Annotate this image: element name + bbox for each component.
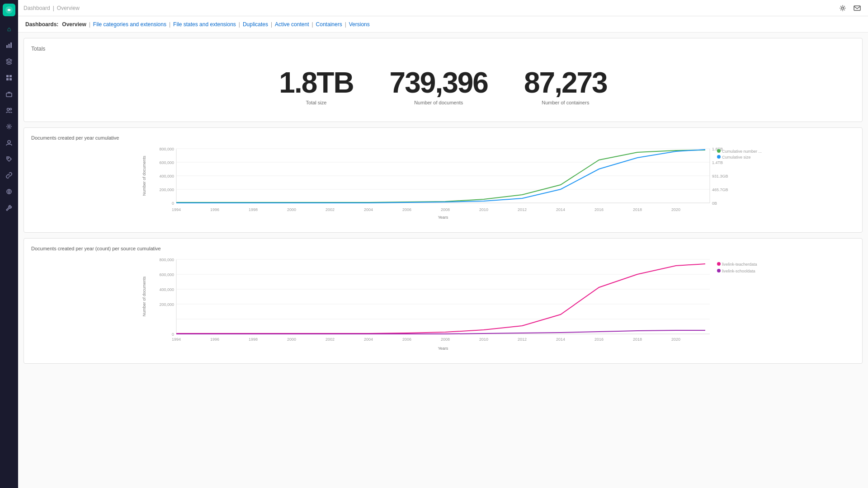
totals-title: Totals: [31, 46, 855, 52]
total-documents-value: 739,396: [390, 68, 488, 97]
svg-text:400,000: 400,000: [159, 174, 174, 178]
nav-overview[interactable]: Overview: [62, 21, 86, 28]
breadcrumb: Dashboard | Overview: [24, 5, 80, 11]
svg-text:1996: 1996: [210, 207, 219, 212]
svg-text:Years: Years: [438, 215, 448, 220]
svg-point-18: [842, 7, 844, 9]
breadcrumb-page: Overview: [57, 5, 80, 11]
chart1-container: 800,000 600,000 400,000 200,000 0 1.8TB …: [31, 144, 855, 225]
svg-point-54: [717, 149, 721, 153]
svg-text:2010: 2010: [479, 337, 488, 342]
nav-file-categories[interactable]: File categories and extensions: [93, 21, 166, 28]
svg-text:2014: 2014: [556, 337, 565, 342]
svg-rect-7: [9, 78, 12, 80]
svg-text:Number of documents: Number of documents: [142, 155, 146, 196]
svg-text:2004: 2004: [364, 207, 373, 212]
app-logo[interactable]: [3, 4, 15, 16]
svg-point-12: [8, 141, 10, 143]
chart2-title: Documents created per year (count) per s…: [31, 246, 855, 251]
svg-text:Years: Years: [438, 346, 448, 351]
nav-file-states[interactable]: File states and extensions: [173, 21, 236, 28]
svg-rect-1: [6, 45, 8, 48]
sidebar-link-icon[interactable]: [2, 168, 16, 183]
chart2-section: Documents created per year (count) per s…: [24, 238, 863, 364]
svg-text:1994: 1994: [172, 207, 181, 212]
breadcrumb-app[interactable]: Dashboard: [24, 5, 50, 11]
sidebar-user-icon[interactable]: [2, 136, 16, 150]
svg-text:2002: 2002: [326, 337, 335, 342]
sidebar-cog-icon[interactable]: [2, 119, 16, 134]
svg-rect-5: [9, 75, 12, 77]
svg-rect-8: [6, 93, 12, 97]
svg-text:2008: 2008: [441, 337, 450, 342]
svg-text:2018: 2018: [633, 337, 642, 342]
sidebar-grid-icon[interactable]: [2, 70, 16, 85]
svg-text:0B: 0B: [712, 201, 717, 206]
sidebar-chart-icon[interactable]: [2, 38, 16, 52]
mail-icon[interactable]: [852, 3, 863, 14]
svg-text:2020: 2020: [671, 207, 680, 212]
settings-icon[interactable]: [837, 3, 848, 14]
svg-text:1.4TB: 1.4TB: [712, 160, 723, 165]
svg-text:2014: 2014: [556, 207, 565, 212]
nav-containers[interactable]: Containers: [316, 21, 342, 28]
svg-text:600,000: 600,000: [159, 272, 174, 277]
breadcrumb-separator: |: [53, 5, 54, 11]
svg-text:1996: 1996: [210, 337, 219, 342]
svg-text:465.7GB: 465.7GB: [712, 188, 728, 192]
sidebar-users-icon[interactable]: [2, 103, 16, 117]
svg-point-11: [8, 126, 10, 127]
sidebar-layers-icon[interactable]: [2, 54, 16, 69]
total-size-label: Total size: [279, 100, 353, 105]
svg-point-89: [717, 269, 721, 272]
svg-point-56: [717, 155, 721, 159]
svg-text:2020: 2020: [671, 337, 680, 342]
svg-text:2012: 2012: [518, 207, 527, 212]
svg-text:2010: 2010: [479, 207, 488, 212]
total-containers-label: Number of containers: [524, 100, 607, 105]
svg-text:600,000: 600,000: [159, 160, 174, 165]
svg-text:1998: 1998: [249, 207, 258, 212]
chart1-title: Documents created per year cumulative: [31, 135, 855, 141]
sidebar-home-icon[interactable]: ⌂: [2, 22, 16, 36]
svg-text:Cumulative size: Cumulative size: [722, 155, 751, 160]
svg-text:2018: 2018: [633, 207, 642, 212]
svg-rect-3: [10, 42, 12, 48]
content-area: Dashboards: Overview | File categories a…: [18, 16, 868, 488]
nav-versions[interactable]: Versions: [349, 21, 370, 28]
svg-text:800,000: 800,000: [159, 147, 174, 151]
svg-rect-4: [6, 75, 9, 77]
svg-text:2004: 2004: [364, 337, 373, 342]
svg-text:0: 0: [172, 201, 174, 206]
svg-text:2002: 2002: [326, 207, 335, 212]
svg-text:1994: 1994: [172, 337, 181, 342]
totals-row: 1.8TB Total size 739,396 Number of docum…: [31, 59, 855, 114]
totals-section: Totals 1.8TB Total size 739,396 Number o…: [24, 38, 863, 122]
topbar: Dashboard | Overview: [18, 0, 868, 16]
svg-point-87: [717, 262, 721, 266]
svg-text:livelink-teacherdata: livelink-teacherdata: [722, 262, 757, 267]
nav-active-content[interactable]: Active content: [275, 21, 309, 28]
svg-text:2006: 2006: [402, 207, 411, 212]
dashboard-nav: Dashboards: Overview | File categories a…: [18, 16, 868, 33]
svg-text:Cumulative number ...: Cumulative number ...: [722, 149, 762, 154]
chart2-container: 800,000 600,000 400,000 200,000 0 1994 1…: [31, 255, 855, 356]
chart2-svg: 800,000 600,000 400,000 200,000 0 1994 1…: [31, 255, 855, 354]
sidebar-briefcase-icon[interactable]: [2, 87, 16, 101]
svg-text:2000: 2000: [287, 337, 296, 342]
svg-text:2006: 2006: [402, 337, 411, 342]
svg-text:200,000: 200,000: [159, 302, 174, 307]
svg-text:2012: 2012: [518, 337, 527, 342]
nav-duplicates[interactable]: Duplicates: [243, 21, 268, 28]
sidebar-tag-icon[interactable]: [2, 152, 16, 166]
svg-text:livelink-schooldata: livelink-schooldata: [722, 269, 755, 273]
nav-label: Dashboards:: [25, 21, 58, 28]
sidebar-network-icon[interactable]: [2, 184, 16, 199]
svg-point-15: [8, 191, 10, 192]
svg-text:2016: 2016: [594, 207, 604, 212]
svg-text:2016: 2016: [594, 337, 604, 342]
svg-text:400,000: 400,000: [159, 287, 174, 292]
sidebar-wrench-icon[interactable]: [2, 201, 16, 215]
total-size-item: 1.8TB Total size: [279, 68, 353, 105]
total-containers-item: 87,273 Number of containers: [524, 68, 607, 105]
